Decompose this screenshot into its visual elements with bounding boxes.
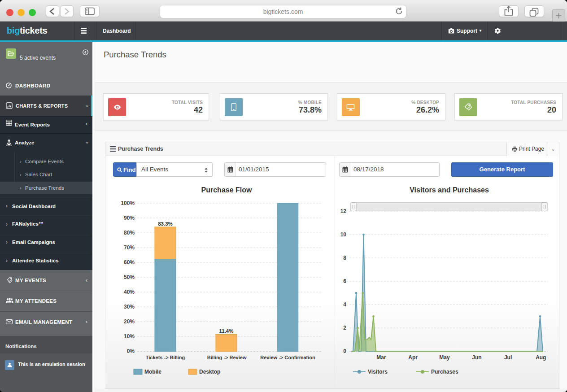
svg-text:Jul: Jul: [504, 354, 512, 361]
svg-text:83.3%: 83.3%: [158, 221, 173, 226]
svg-text:Desktop: Desktop: [199, 369, 220, 375]
svg-text:Review -> Confirmation: Review -> Confirmation: [260, 355, 315, 360]
svg-text:40%: 40%: [124, 289, 135, 295]
svg-text:12: 12: [340, 208, 347, 214]
svg-text:2: 2: [343, 325, 346, 331]
svg-text:90%: 90%: [124, 215, 135, 221]
svg-text:100%: 100%: [121, 200, 135, 206]
svg-text:Mobile: Mobile: [144, 369, 161, 375]
svg-text:70%: 70%: [124, 244, 135, 251]
svg-text:10: 10: [340, 231, 347, 238]
svg-text:80%: 80%: [124, 230, 135, 236]
svg-text:30%: 30%: [124, 304, 135, 310]
svg-text:Jun: Jun: [472, 354, 481, 361]
svg-text:Mar: Mar: [376, 354, 386, 361]
svg-text:Aug: Aug: [536, 354, 546, 361]
svg-text:11.4%: 11.4%: [219, 328, 234, 334]
svg-text:8: 8: [343, 255, 346, 261]
svg-text:60%: 60%: [124, 259, 135, 266]
svg-text:10%: 10%: [124, 333, 135, 340]
svg-text:0: 0: [343, 348, 346, 354]
svg-text:20%: 20%: [124, 318, 135, 325]
svg-text:6: 6: [343, 278, 346, 284]
svg-text:Billing -> Review: Billing -> Review: [207, 355, 247, 360]
svg-text:0%: 0%: [127, 348, 135, 354]
svg-text:Visitors and Purchases: Visitors and Purchases: [410, 186, 489, 194]
svg-text:Visitors: Visitors: [368, 369, 388, 375]
svg-text:Purchase Flow: Purchase Flow: [201, 186, 252, 194]
svg-text:4: 4: [343, 301, 346, 308]
svg-text:Tickets -> Billing: Tickets -> Billing: [146, 355, 185, 360]
svg-text:Purchases: Purchases: [431, 369, 458, 375]
svg-text:50%: 50%: [124, 274, 135, 280]
svg-text:Apr: Apr: [408, 354, 418, 361]
svg-text:May: May: [439, 354, 450, 361]
